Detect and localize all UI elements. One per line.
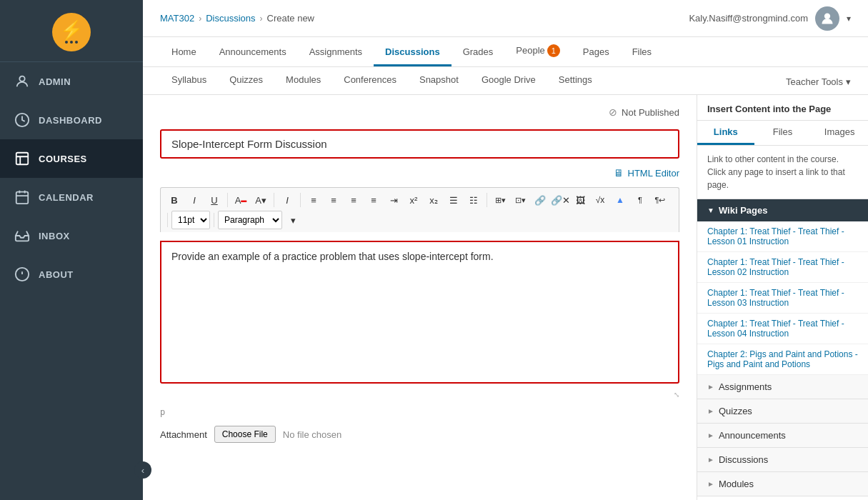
editor-resize-handle[interactable]: ⤡: [160, 391, 679, 399]
wiki-link-2[interactable]: Chapter 1: Treat Thief - Treat Thief - L…: [697, 283, 868, 314]
user-email: Kaly.Nasiff@strongmind.com: [689, 13, 808, 24]
sidebar-collapse-button[interactable]: ‹: [134, 461, 151, 479]
tab-conferences[interactable]: Conferences: [332, 67, 408, 94]
tab-google-drive[interactable]: Google Drive: [470, 67, 547, 94]
table-button[interactable]: ⊞▾: [491, 191, 509, 209]
collapsible-quizzes-header[interactable]: ► Quizzes: [697, 399, 868, 423]
breadcrumb-course[interactable]: MAT302: [160, 13, 194, 24]
editor-body[interactable]: Provide an example of a practice problem…: [160, 241, 679, 384]
tab-home[interactable]: Home: [160, 39, 208, 66]
bullet-list-button[interactable]: ☰: [444, 191, 463, 209]
breadcrumb-sep-1: ›: [199, 14, 201, 24]
paragraph-button[interactable]: ¶: [631, 191, 649, 209]
calendar-icon: [14, 189, 30, 205]
wiki-pages-section-header[interactable]: ▼ Wiki Pages: [697, 199, 868, 221]
nav-tabs-row2: Syllabus Quizzes Modules Conferences Sna…: [143, 67, 868, 95]
sidebar-item-calendar[interactable]: CALENDAR: [0, 178, 143, 216]
wiki-link-4[interactable]: Chapter 2: Pigs and Paint and Potions - …: [697, 344, 868, 375]
tab-syllabus[interactable]: Syllabus: [160, 67, 218, 94]
font-size-select[interactable]: 11pt: [171, 211, 210, 229]
tab-files[interactable]: Files: [621, 39, 663, 66]
toolbar-sep-6: [214, 213, 214, 227]
people-badge: 1: [547, 44, 560, 57]
tab-discussions[interactable]: Discussions: [374, 39, 452, 66]
subscript-button[interactable]: x₂: [424, 191, 443, 209]
wiki-pages-label: Wiki Pages: [719, 205, 768, 216]
admin-icon: [14, 74, 30, 89]
wiki-link-3[interactable]: Chapter 1: Treat Thief - Treat Thief - L…: [697, 314, 868, 344]
bold-button[interactable]: B: [165, 191, 184, 209]
superscript-button[interactable]: x²: [404, 191, 423, 209]
unlink-button[interactable]: 🔗✕: [551, 191, 569, 209]
collapsible-chevron-icon: ►: [707, 407, 714, 415]
right-tab-links[interactable]: Links: [697, 121, 754, 145]
link-button[interactable]: 🔗: [531, 191, 549, 209]
tab-announcements[interactable]: Announcements: [208, 39, 298, 66]
paragraph-select[interactable]: Paragraph: [218, 211, 282, 229]
rtl-button[interactable]: ¶↩: [651, 191, 669, 209]
italic-button[interactable]: I: [185, 191, 204, 209]
tab-grades[interactable]: Grades: [452, 39, 505, 66]
right-tab-images[interactable]: Images: [811, 121, 868, 145]
align-center-button[interactable]: ≡: [324, 191, 343, 209]
highlight-button[interactable]: A▾: [251, 191, 270, 209]
collapsible-assignments-header[interactable]: ► Assignments: [697, 375, 868, 399]
sidebar-item-admin[interactable]: ADMIN: [0, 62, 143, 101]
tab-people[interactable]: People1: [504, 37, 571, 66]
collapsible-label: Modules: [719, 479, 754, 489]
svg-rect-3: [16, 192, 29, 204]
sqrt-button[interactable]: √x: [591, 191, 609, 209]
sidebar-item-label: INBOX: [39, 231, 70, 241]
collapsible-announcements: ► Announcements: [697, 424, 868, 448]
collapsible-discussions-header[interactable]: ► Discussions: [697, 448, 868, 471]
attachment-label: Attachment: [160, 429, 207, 440]
sidebar-item-about[interactable]: ABOUT: [0, 255, 143, 294]
drive-button[interactable]: ▲: [611, 191, 629, 209]
tab-modules[interactable]: Modules: [274, 67, 332, 94]
sidebar: ⚡ ADMIN DASHBOARD COURSES CALENDAR INB: [0, 0, 143, 500]
underline-button[interactable]: U: [205, 191, 224, 209]
chevron-down-icon[interactable]: ▾: [847, 14, 851, 24]
tab-snapshot[interactable]: Snapshot: [408, 67, 470, 94]
inbox-icon: [14, 228, 30, 244]
collapsible-label: Announcements: [719, 430, 786, 441]
collapsible-announcements-header[interactable]: ► Announcements: [697, 424, 868, 447]
paragraph-dropdown-button[interactable]: ▾: [284, 211, 302, 229]
font-color-button[interactable]: A▬: [231, 191, 250, 209]
align-left-button[interactable]: ≡: [304, 191, 323, 209]
indent-button[interactable]: ⇥: [384, 191, 403, 209]
sidebar-item-dashboard[interactable]: DASHBOARD: [0, 101, 143, 139]
image-button[interactable]: 🖼: [571, 191, 589, 209]
right-tab-files[interactable]: Files: [754, 121, 812, 145]
italic2-button[interactable]: I: [278, 191, 296, 209]
sidebar-item-inbox[interactable]: INBOX: [0, 216, 143, 255]
teacher-tools-button[interactable]: Teacher Tools ▾: [786, 69, 851, 94]
tab-quizzes[interactable]: Quizzes: [218, 67, 274, 94]
numbered-list-button[interactable]: ☷: [464, 191, 483, 209]
title-input[interactable]: Slope-Intercept Form Discussion: [160, 129, 679, 159]
wiki-link-0[interactable]: Chapter 1: Treat Thief - Treat Thief - L…: [697, 221, 868, 252]
tab-assignments[interactable]: Assignments: [298, 39, 374, 66]
teacher-tools-label: Teacher Tools: [786, 76, 843, 87]
align-justify-button[interactable]: ≡: [364, 191, 383, 209]
not-published-icon: ⊘: [609, 106, 617, 118]
choose-file-button[interactable]: Choose File: [214, 426, 276, 443]
breadcrumb-section[interactable]: Discussions: [206, 13, 255, 24]
topbar-right: Kaly.Nasiff@strongmind.com ▾: [689, 6, 851, 31]
breadcrumb-sep-2: ›: [260, 14, 263, 24]
collapsible-modules-header[interactable]: ► Modules: [697, 472, 868, 496]
table-options-button[interactable]: ⊡▾: [511, 191, 529, 209]
align-right-button[interactable]: ≡: [344, 191, 363, 209]
wiki-link-1[interactable]: Chapter 1: Treat Thief - Treat Thief - L…: [697, 252, 868, 283]
tab-settings[interactable]: Settings: [547, 67, 604, 94]
sidebar-item-label: DASHBOARD: [39, 115, 102, 126]
teacher-tools-chevron-icon: ▾: [846, 76, 851, 87]
html-editor-link[interactable]: HTML Editor: [628, 168, 679, 179]
right-panel-tabs: Links Files Images: [697, 121, 868, 146]
tab-pages[interactable]: Pages: [572, 39, 621, 66]
toolbar-sep-2: [274, 193, 274, 207]
collapsible-label: Assignments: [719, 381, 772, 392]
sidebar-item-courses[interactable]: COURSES: [0, 139, 143, 178]
editor-body-text: Provide an example of a practice problem…: [171, 251, 494, 262]
nav-tabs-row2-list: Syllabus Quizzes Modules Conferences Sna…: [160, 67, 851, 94]
